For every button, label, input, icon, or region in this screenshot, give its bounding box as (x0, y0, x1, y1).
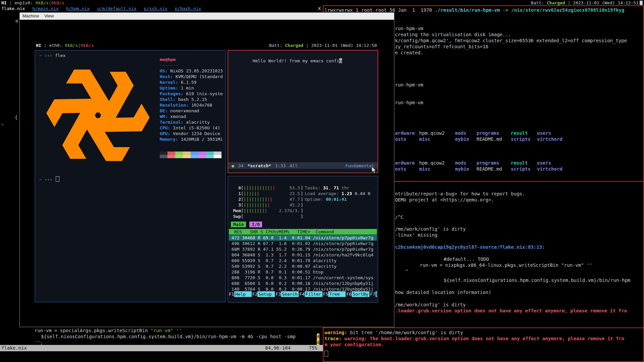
text-span: 0kB/s (65, 43, 78, 48)
neofetch-field: Resolution: 1024x768 (160, 102, 223, 108)
htop-table-header[interactable]: RES SHR S CPU%▽MEM% TIME+ Command (229, 229, 377, 235)
text-span: | (41, 43, 49, 48)
qemu-vm-window[interactable]: MachineView HI | eth0: 0kB/s|0kB/s Batt:… (19, 12, 394, 327)
palette-swatch (167, 152, 175, 155)
meter-value: 23.5 (290, 191, 300, 196)
statusline-ruler: 84,96-104 (265, 345, 291, 351)
text-span: 1.23 (342, 191, 352, 196)
process-row[interactable]: 660 55920 S 0.7 2.4 0:01.79 alacritty (229, 258, 377, 263)
meter-label: Swp (231, 214, 241, 219)
fkey-label-Nice[interactable]: Nice (376, 291, 377, 297)
htop-info-line: Uptime: 00:01:41 (305, 196, 347, 202)
process-row[interactable]: 804 36848 S 1.3 1.7 0:01.15 /nix/store/h… (229, 252, 377, 258)
htop-pane[interactable]: 0[||||||||||||53.3]1[||||||23.5]2[||||||… (228, 176, 378, 303)
emacs-cursor: g (339, 58, 342, 63)
fkey-F1[interactable]: F1 (229, 292, 234, 297)
text-span: KVM/QEMU (Standard (176, 74, 223, 79)
menu-item-view[interactable]: View (44, 13, 54, 18)
nixos-logo-icon (43, 60, 153, 171)
text-span: DE: (160, 108, 170, 113)
text-span: Intel i5-8250U (4) (173, 125, 220, 130)
text-span: |||||||||| (244, 185, 270, 190)
text-span: HI (36, 43, 41, 48)
text-span: eth0: (49, 43, 65, 48)
htop-tab-Main[interactable]: Main (231, 222, 246, 227)
fkey-F6[interactable]: F6 (346, 292, 352, 297)
meter-value: 53.3 (290, 185, 300, 191)
text-span: ''; (35, 340, 43, 345)
text-span: ||||||||| (244, 202, 267, 207)
process-row[interactable]: 472 30468 R 69.0 1.4 0:01.04 /nix/store/… (229, 235, 377, 241)
fkey-label-Search[interactable]: Search (281, 291, 299, 297)
text-span: Vendor 1234 Device (173, 131, 220, 136)
text-span: [ (241, 197, 244, 202)
fkey-F4[interactable]: F4 (299, 292, 305, 297)
text-span: run-vm = specialArgs.pkgs.writeScriptBin (35, 328, 151, 333)
modeline-buffer-name: *scratch* (247, 163, 271, 168)
text-span: ] (301, 185, 303, 190)
palette-swatch (198, 152, 206, 155)
terminal-color-palette (160, 152, 221, 158)
palette-swatch (214, 155, 221, 158)
desktop: HI | enp1s0: 0kB/s|0kB/s Batt: Charged |… (0, 0, 644, 362)
neofetch-fields: OS: NixOS 23.05.20231023Host: KVM/QEMU (… (160, 68, 223, 142)
code-line: run-vm = specialArgs.pkgs.writeScriptBin… (35, 327, 182, 334)
code-line: ${self.nixosConfigurations.hpm.config.sy… (41, 334, 298, 340)
fkey-label-Tree[interactable]: Tree (328, 291, 346, 297)
process-row[interactable]: 540 53992 S 0.7 2.2 0:00.97 alacritty (229, 263, 377, 269)
menu-item-machine[interactable]: Machine (22, 13, 39, 18)
neofetch-field: Terminal: alacritty (160, 119, 223, 125)
text-span: [ (241, 191, 244, 196)
process-row[interactable]: 688 6560 S 0.0 0.2 0:00.18 /nix/store/12… (229, 281, 377, 286)
text-span: ››› (45, 177, 55, 182)
text-span: |||||| (244, 191, 259, 196)
htop-meter-3: 3[||||||||||45.2] (231, 202, 303, 208)
palette-swatch (183, 155, 191, 158)
neofetch-field: Shell: bash 5.2.15 (160, 97, 223, 102)
fkey-F7[interactable]: F7 (370, 292, 376, 297)
fkey-label-Help[interactable]: Help (234, 291, 252, 297)
text-span: GPU: (160, 131, 173, 136)
text-span: ] (301, 208, 303, 213)
text-span: Shell: (160, 97, 178, 102)
text-span: 00:01:41 (326, 197, 347, 202)
text-span: || (270, 185, 275, 190)
text-span: WM: (160, 114, 170, 119)
fkey-F2[interactable]: F2 (252, 292, 258, 297)
text-span: NixOS 23.05.20231023 (170, 68, 223, 73)
htop-info-line: Tasks: 31, 71 thr (305, 185, 349, 191)
emacs-pane[interactable]: Hello World!! from my emacs config ● 34 … (228, 50, 378, 173)
fkey-label-Setup[interactable]: Setup (257, 291, 275, 297)
process-row[interactable]: 496 30612 R 67.7 1.6 0:01.02 /nix/store/… (229, 241, 377, 246)
text-span: | (303, 43, 311, 48)
palette-swatch (214, 152, 221, 155)
fkey-F5[interactable]: F5 (323, 292, 329, 297)
fkey-label-Filter[interactable]: Filter (305, 291, 323, 297)
text-span: Uptime: (305, 197, 326, 202)
text-span: Tasks: (305, 185, 323, 190)
htop-meter-2: 2[|||||||||||47.7] (231, 196, 303, 202)
text-span: thr (339, 185, 349, 190)
htop-tab-I/O[interactable]: I/O (249, 222, 262, 227)
modified-indicator-icon: ● (232, 163, 234, 168)
text-span: 2023-11-01 (Wed) 14:12:50 (311, 43, 377, 48)
text-span: ||||||| (244, 208, 262, 213)
meter-value: 45.2 (290, 202, 300, 208)
text-span: ››› (45, 53, 55, 58)
fkey-F3[interactable]: F3 (276, 292, 281, 297)
neofetch-field: GPU: Vendor 1234 Device (160, 131, 223, 136)
text-span: Resolution: (160, 103, 191, 108)
emacs-modeline: ● 34 *scratch* 1:33 All Fundamental (228, 162, 378, 169)
process-row[interactable]: 808 7720 S 0.0 0.3 0:01.17 /run/current-… (229, 275, 377, 281)
meter-value: 47.7 (290, 196, 300, 202)
process-row[interactable]: 68M 37892 R 47.1 55.2 0:26.79 /nix/store… (229, 246, 377, 252)
terminal-pane[interactable]: ~ ››› flex me@hpm ------- (35, 50, 226, 302)
meter-value: 2.37G/3. (279, 208, 300, 214)
process-row[interactable]: 288 3196 R 0.7 0.1 0:00.51 htop (229, 269, 377, 275)
text-span: Uptime: (160, 85, 181, 90)
palette-swatch (160, 155, 167, 158)
fkey-label-SortBy[interactable]: SortBy (352, 291, 369, 297)
emacs-buffer-line: Hello World!! from my emacs config (232, 52, 342, 69)
neofetch-field: OS: NixOS 23.05.20231023 (160, 68, 223, 74)
text-span: Terminal: (160, 120, 186, 125)
